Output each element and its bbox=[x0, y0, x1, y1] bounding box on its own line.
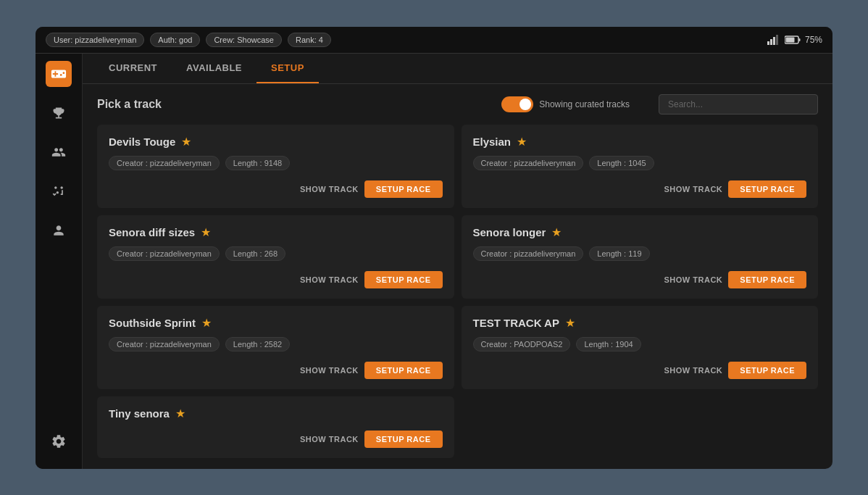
creator-badge: Creator : pizzadeliveryman bbox=[109, 337, 220, 352]
setup-race-button[interactable]: SETUP RACE bbox=[364, 430, 443, 448]
show-track-button[interactable]: SHOW TRACK bbox=[664, 366, 723, 375]
tab-available[interactable]: AVAILABLE bbox=[172, 54, 256, 83]
star-icon: ★ bbox=[181, 135, 191, 149]
track-title-row: Elysian★ bbox=[473, 135, 807, 149]
setup-race-button[interactable]: SETUP RACE bbox=[364, 180, 443, 198]
search-input[interactable] bbox=[659, 94, 818, 115]
track-title-row: Devils Touge★ bbox=[109, 135, 443, 149]
track-actions: SHOW TRACKSETUP RACE bbox=[109, 180, 443, 198]
top-bar-left: User: pizzadeliveryman Auth: god Crew: S… bbox=[46, 33, 331, 47]
show-track-button[interactable]: SHOW TRACK bbox=[664, 185, 723, 194]
track-title: Tiny senora bbox=[109, 407, 170, 420]
svg-rect-5 bbox=[798, 38, 800, 41]
track-meta: Creator : pizzadeliverymanLength : 9148 bbox=[109, 156, 443, 170]
track-card-senora-longer: Senora longer★Creator : pizzadeliveryman… bbox=[462, 215, 819, 299]
track-card-devils-touge: Devils Touge★Creator : pizzadeliverymanL… bbox=[97, 125, 454, 208]
track-actions: SHOW TRACKSETUP RACE bbox=[109, 271, 443, 288]
track-card-tiny-senora: Tiny senora★SHOW TRACKSETUP RACE bbox=[97, 396, 454, 458]
track-title-row: Tiny senora★ bbox=[109, 407, 443, 420]
sidebar-icon-settings[interactable] bbox=[46, 428, 72, 454]
main-area: CURRENT AVAILABLE SETUP Pick a track Sho… bbox=[36, 54, 832, 469]
setup-race-button[interactable]: SETUP RACE bbox=[364, 271, 443, 288]
length-badge: Length : 1904 bbox=[576, 337, 640, 352]
tracks-grid: Devils Touge★Creator : pizzadeliverymanL… bbox=[83, 125, 832, 469]
sidebar-icon-person[interactable] bbox=[46, 217, 72, 244]
battery-icon bbox=[785, 36, 801, 44]
length-badge: Length : 9148 bbox=[225, 156, 290, 170]
sidebar bbox=[36, 54, 83, 469]
tab-current[interactable]: CURRENT bbox=[94, 54, 172, 83]
setup-race-button[interactable]: SETUP RACE bbox=[728, 362, 806, 379]
creator-badge: Creator : pizzadeliveryman bbox=[109, 246, 220, 261]
star-icon: ★ bbox=[517, 135, 527, 149]
signal-icon bbox=[767, 35, 780, 45]
sidebar-icon-trophy[interactable] bbox=[46, 100, 72, 126]
track-meta: Creator : pizzadeliverymanLength : 119 bbox=[473, 246, 807, 261]
show-track-button[interactable]: SHOW TRACK bbox=[300, 366, 359, 375]
svg-rect-0 bbox=[767, 41, 769, 45]
track-actions: SHOW TRACKSETUP RACE bbox=[473, 271, 807, 288]
sidebar-icon-gamepad[interactable] bbox=[46, 61, 72, 87]
curated-toggle[interactable] bbox=[501, 96, 533, 112]
length-badge: Length : 268 bbox=[225, 246, 285, 261]
creator-badge: Creator : pizzadeliveryman bbox=[109, 156, 220, 170]
track-actions: SHOW TRACKSETUP RACE bbox=[109, 362, 443, 379]
auth-badge: Auth: god bbox=[150, 33, 200, 47]
svg-rect-6 bbox=[785, 37, 794, 42]
top-bar: User: pizzadeliveryman Auth: god Crew: S… bbox=[36, 27, 832, 54]
rank-badge: Rank: 4 bbox=[288, 33, 331, 47]
track-meta: Creator : PAODPOAS2Length : 1904 bbox=[473, 337, 807, 352]
show-track-button[interactable]: SHOW TRACK bbox=[300, 275, 359, 284]
setup-race-button[interactable]: SETUP RACE bbox=[728, 271, 806, 288]
star-icon: ★ bbox=[175, 407, 185, 420]
track-card-southside-sprint: Southside Sprint★Creator : pizzadelivery… bbox=[97, 306, 454, 389]
sidebar-icon-route[interactable] bbox=[46, 178, 72, 204]
sidebar-icon-people[interactable] bbox=[46, 139, 72, 165]
track-meta: Creator : pizzadeliverymanLength : 1045 bbox=[473, 156, 807, 170]
track-card-senora-diff-sizes: Senora diff sizes★Creator : pizzadeliver… bbox=[97, 215, 454, 299]
track-title-row: TEST TRACK AP★ bbox=[473, 316, 807, 330]
track-title: Elysian bbox=[473, 136, 512, 148]
setup-race-button[interactable]: SETUP RACE bbox=[364, 362, 443, 379]
battery-level: 75% bbox=[805, 35, 822, 45]
length-badge: Length : 119 bbox=[589, 246, 649, 261]
track-title-row: Senora diff sizes★ bbox=[109, 225, 443, 239]
sidebar-bottom bbox=[46, 428, 72, 462]
star-icon: ★ bbox=[551, 225, 562, 239]
track-card-test-track-ap: TEST TRACK AP★Creator : PAODPOAS2Length … bbox=[462, 306, 819, 389]
crew-badge: Crew: Showcase bbox=[206, 33, 282, 47]
track-meta: Creator : pizzadeliverymanLength : 2582 bbox=[109, 337, 443, 352]
toggle-label: Showing curated tracks bbox=[539, 99, 630, 109]
track-card-elysian: Elysian★Creator : pizzadeliverymanLength… bbox=[462, 125, 819, 208]
show-track-button[interactable]: SHOW TRACK bbox=[664, 275, 723, 284]
app-window: User: pizzadeliveryman Auth: god Crew: S… bbox=[36, 27, 832, 469]
track-title: TEST TRACK AP bbox=[473, 317, 559, 329]
track-meta: Creator : pizzadeliverymanLength : 268 bbox=[109, 246, 443, 261]
tabs: CURRENT AVAILABLE SETUP bbox=[83, 54, 832, 84]
show-track-button[interactable]: SHOW TRACK bbox=[300, 435, 359, 444]
track-title: Senora longer bbox=[473, 226, 546, 238]
track-title: Devils Touge bbox=[109, 136, 175, 148]
user-badge: User: pizzadeliveryman bbox=[46, 33, 144, 47]
svg-rect-2 bbox=[773, 37, 775, 45]
setup-race-button[interactable]: SETUP RACE bbox=[728, 180, 806, 198]
creator-badge: Creator : PAODPOAS2 bbox=[473, 337, 571, 352]
creator-badge: Creator : pizzadeliveryman bbox=[473, 156, 584, 170]
pick-a-track-label: Pick a track bbox=[97, 98, 162, 111]
track-title-row: Southside Sprint★ bbox=[109, 316, 443, 330]
length-badge: Length : 2582 bbox=[225, 337, 290, 352]
svg-rect-1 bbox=[770, 39, 772, 45]
star-icon: ★ bbox=[201, 316, 212, 330]
star-icon: ★ bbox=[565, 316, 575, 330]
track-title: Senora diff sizes bbox=[109, 226, 195, 238]
track-title-row: Senora longer★ bbox=[473, 225, 807, 239]
content-area: CURRENT AVAILABLE SETUP Pick a track Sho… bbox=[83, 54, 832, 469]
length-badge: Length : 1045 bbox=[589, 156, 654, 170]
top-bar-right: 75% bbox=[767, 35, 822, 45]
star-icon: ★ bbox=[201, 225, 211, 239]
show-track-button[interactable]: SHOW TRACK bbox=[300, 185, 359, 194]
creator-badge: Creator : pizzadeliveryman bbox=[473, 246, 584, 261]
tab-setup[interactable]: SETUP bbox=[256, 54, 319, 83]
track-actions: SHOW TRACKSETUP RACE bbox=[473, 362, 807, 379]
toggle-area: Showing curated tracks bbox=[501, 96, 630, 112]
